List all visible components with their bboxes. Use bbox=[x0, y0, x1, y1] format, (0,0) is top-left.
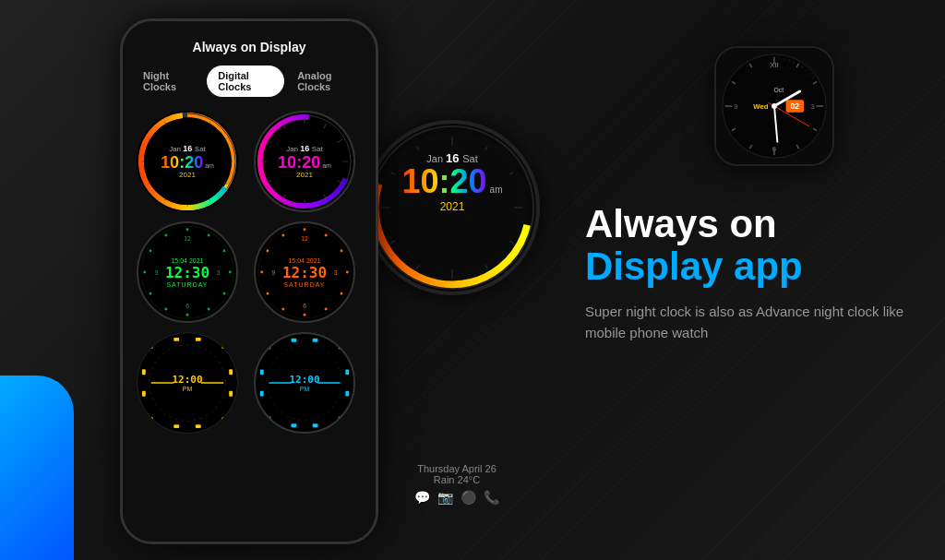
clock-1-year: 2021 bbox=[161, 171, 214, 179]
clock-1-time: 10:20 bbox=[161, 154, 203, 171]
svg-point-37 bbox=[207, 307, 210, 311]
clock-3-inner: 15:04 2021 12:30 SATURDAY bbox=[165, 257, 209, 288]
svg-rect-68 bbox=[173, 424, 179, 428]
clock-1-ampm: am bbox=[205, 162, 214, 169]
svg-text:6: 6 bbox=[185, 304, 189, 310]
clock-4-inner: 15:04 2021 12:30 SATURDAY bbox=[282, 257, 327, 288]
clock-item-4[interactable]: 12 3 6 9 15:04 2021 12:30 SATURDAY bbox=[254, 221, 355, 323]
clock-item-1[interactable]: Jan 16 Sat 10:20 am 2021 bbox=[137, 111, 238, 212]
svg-line-11 bbox=[149, 182, 153, 185]
svg-point-55 bbox=[324, 307, 328, 311]
subtitle: Super night clock is also as Advance nig… bbox=[585, 302, 908, 343]
svg-text:3: 3 bbox=[334, 269, 338, 276]
circle-icon: ⚫ bbox=[461, 490, 476, 505]
svg-point-42 bbox=[149, 249, 152, 253]
svg-rect-92 bbox=[339, 417, 343, 422]
svg-rect-70 bbox=[142, 369, 146, 375]
svg-text:12: 12 bbox=[301, 235, 308, 242]
big-watch-year: 2021 bbox=[402, 200, 503, 213]
svg-rect-91 bbox=[267, 417, 271, 422]
big-watch-info: Jan 16 Sat 10:20 am 2021 bbox=[402, 151, 503, 213]
svg-point-145 bbox=[772, 103, 777, 109]
svg-rect-88 bbox=[345, 391, 349, 397]
svg-rect-69 bbox=[196, 424, 201, 428]
svg-rect-72 bbox=[229, 369, 233, 375]
svg-rect-85 bbox=[260, 370, 264, 375]
analog-watch-svg: XII 3 6 9 02 Wed Oct bbox=[716, 48, 832, 164]
phone-header: Always on Display bbox=[132, 35, 366, 54]
svg-point-51 bbox=[324, 233, 328, 237]
phone-screen: Always on Display Night Clocks Digital C… bbox=[123, 21, 376, 542]
svg-point-34 bbox=[222, 249, 226, 253]
svg-point-52 bbox=[340, 249, 343, 253]
svg-rect-67 bbox=[196, 338, 201, 341]
wechat-icon: 💬 bbox=[414, 490, 430, 505]
svg-rect-81 bbox=[292, 339, 297, 342]
svg-rect-76 bbox=[149, 417, 153, 422]
clock-2-time: 10:20 bbox=[278, 154, 320, 171]
svg-point-58 bbox=[266, 292, 269, 295]
headline-1: Always on bbox=[585, 203, 908, 245]
svg-text:Oct: Oct bbox=[774, 87, 784, 93]
svg-rect-77 bbox=[221, 417, 226, 422]
analog-watch: XII 3 6 9 02 Wed Oct bbox=[714, 46, 834, 166]
big-watch-container: Jan 16 Sat 10:20 am 2021 bbox=[365, 120, 549, 351]
svg-line-14 bbox=[165, 123, 168, 127]
clock-2-year: 2021 bbox=[278, 171, 331, 179]
clock-6-label: PM bbox=[289, 386, 319, 392]
svg-point-39 bbox=[164, 307, 168, 311]
camera-icon: 📷 bbox=[437, 490, 453, 505]
clock-item-5[interactable]: 12:00 PM bbox=[137, 332, 238, 434]
clock-5-time: 12:00 bbox=[172, 374, 202, 386]
clock-3-time: 12:30 bbox=[165, 264, 209, 281]
tab-bar: Night Clocks Digital Clocks Analog Clock… bbox=[132, 66, 366, 97]
clock-item-6[interactable]: 12:00 PM bbox=[254, 332, 355, 434]
big-watch: Jan 16 Sat 10:20 am 2021 bbox=[365, 120, 540, 295]
svg-rect-71 bbox=[142, 391, 146, 397]
clock-5-label: PM bbox=[172, 386, 202, 392]
svg-point-33 bbox=[207, 233, 210, 237]
svg-rect-84 bbox=[313, 423, 318, 427]
tab-night-clocks[interactable]: Night Clocks bbox=[132, 66, 205, 97]
clock-6-inner: 12:00 PM bbox=[289, 374, 319, 392]
svg-rect-74 bbox=[149, 344, 153, 349]
big-watch-ampm: am bbox=[490, 185, 503, 195]
svg-text:6: 6 bbox=[303, 304, 306, 310]
phone-icon: 📞 bbox=[484, 490, 499, 505]
svg-point-53 bbox=[346, 271, 349, 274]
clock-item-2[interactable]: Jan 16 Sat 10:20 am 2021 bbox=[254, 111, 355, 212]
svg-text:Wed: Wed bbox=[753, 102, 768, 111]
svg-point-35 bbox=[229, 271, 232, 274]
svg-text:3: 3 bbox=[217, 269, 221, 276]
svg-point-36 bbox=[222, 292, 226, 295]
svg-point-56 bbox=[304, 314, 306, 316]
tab-analog-clocks[interactable]: Analog Clocks bbox=[286, 66, 366, 97]
tab-digital-clocks[interactable]: Digital Clocks bbox=[207, 66, 284, 97]
svg-point-43 bbox=[164, 233, 168, 237]
watch-status-bar: Thursday April 26 Rain 24°C 💬 📷 ⚫ 📞 bbox=[365, 463, 549, 505]
clock-3-top: 15:04 2021 bbox=[165, 257, 209, 264]
clock-item-3[interactable]: 12 3 6 9 15:04 2021 12:30 SATURDAY bbox=[137, 221, 238, 323]
svg-text:3: 3 bbox=[811, 102, 815, 111]
svg-text:XII: XII bbox=[770, 61, 778, 69]
big-watch-time: 10:20 bbox=[402, 165, 487, 198]
svg-point-57 bbox=[281, 307, 285, 311]
phone-container: Always on Display Night Clocks Digital C… bbox=[120, 18, 378, 544]
svg-text:9: 9 bbox=[734, 102, 737, 111]
clock-6-time: 12:00 bbox=[289, 374, 319, 386]
clock-grid: Jan 16 Sat 10:20 am 2021 bbox=[132, 111, 366, 434]
svg-point-32 bbox=[186, 228, 189, 231]
svg-rect-73 bbox=[229, 391, 233, 397]
svg-point-38 bbox=[186, 314, 189, 316]
svg-rect-87 bbox=[345, 370, 349, 375]
clock-2-inner: Jan 16 Sat 10:20 am 2021 bbox=[278, 144, 331, 179]
clock-5-inner: 12:00 PM bbox=[172, 374, 202, 392]
svg-point-61 bbox=[281, 233, 285, 237]
clock-3-bottom: SATURDAY bbox=[165, 281, 209, 288]
svg-text:12: 12 bbox=[184, 235, 191, 242]
svg-line-4 bbox=[208, 123, 210, 127]
svg-rect-83 bbox=[292, 423, 297, 427]
svg-point-41 bbox=[143, 271, 146, 274]
svg-rect-86 bbox=[260, 391, 264, 397]
phone-frame: Always on Display Night Clocks Digital C… bbox=[120, 18, 378, 544]
